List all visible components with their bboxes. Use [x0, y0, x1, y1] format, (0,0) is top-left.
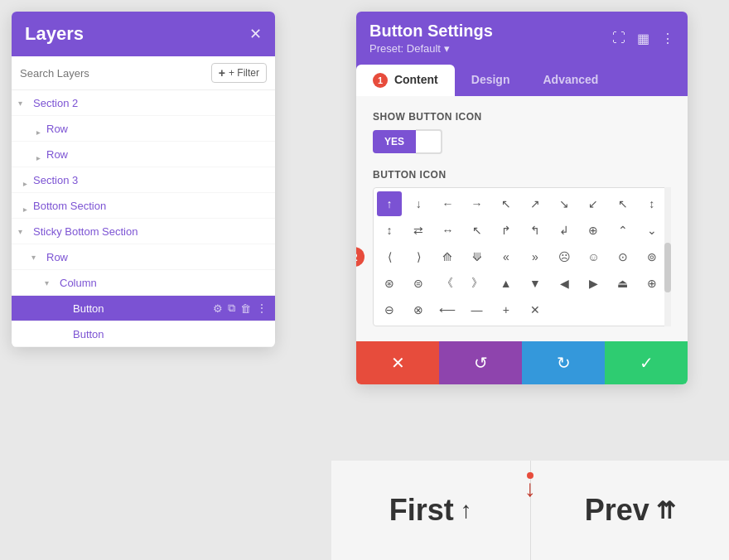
filter-button[interactable]: + + Filter: [211, 63, 267, 83]
layer-item-row1[interactable]: ▾ Row ⚙ ⧉ 🗑 ⋮: [12, 116, 275, 142]
icon-cell-triangle-left[interactable]: ◀: [552, 271, 577, 296]
settings-icon[interactable]: ⚙: [213, 174, 223, 186]
duplicate-icon[interactable]: ⧉: [244, 276, 251, 289]
tab-content[interactable]: 1 Content: [356, 65, 455, 96]
layer-item-button2[interactable]: Button ⚙ ⧉ 🗑 ⋮: [12, 321, 275, 347]
layer-item-row3[interactable]: ▾ Row ⚙ ⧉ 🗑 ⋮: [12, 244, 275, 270]
icon-cell-nw[interactable]: ↖: [494, 191, 519, 216]
icon-cell-triangle-up[interactable]: ▲: [494, 271, 519, 296]
icon-cell-se[interactable]: ↘: [552, 191, 577, 216]
close-icon[interactable]: ✕: [249, 25, 262, 43]
duplicate-icon[interactable]: ⧉: [228, 224, 235, 238]
trash-icon[interactable]: 🗑: [240, 174, 251, 186]
more-options-icon[interactable]: ⋮: [256, 96, 268, 109]
tab-design[interactable]: Design: [455, 65, 527, 96]
icon-cell-sad[interactable]: ☹: [552, 244, 577, 269]
layer-item-column[interactable]: ▾ Column ⚙ ⧉ ⋮: [12, 270, 275, 296]
more-options-icon[interactable]: ⋮: [256, 122, 268, 135]
icon-cell-updown2[interactable]: ↕: [377, 218, 402, 243]
icon-cell-x-circle[interactable]: ⊗: [406, 297, 431, 322]
more-options-icon[interactable]: ⋮: [256, 302, 268, 315]
settings-icon[interactable]: ⚙: [213, 328, 223, 340]
icon-cell-dbl-rangle[interactable]: »: [523, 244, 548, 269]
layer-item-row2[interactable]: ▾ Row ⚙ ⧉ 🗑 ⋮: [12, 142, 275, 167]
duplicate-icon[interactable]: ⧉: [228, 250, 235, 263]
icon-cell-dbl-langle[interactable]: «: [494, 244, 519, 269]
more-options-icon[interactable]: ⋮: [256, 276, 268, 289]
duplicate-icon[interactable]: ⧉: [228, 302, 235, 315]
duplicate-icon[interactable]: ⧉: [228, 96, 235, 109]
icon-cell-sw[interactable]: ↙: [581, 191, 606, 216]
icon-cell-upleft3[interactable]: ↰: [523, 218, 548, 243]
icon-cell-left[interactable]: ←: [435, 191, 460, 216]
trash-icon[interactable]: 🗑: [240, 302, 251, 315]
more-options-icon[interactable]: ⋮: [256, 199, 268, 212]
toggle-yes-button[interactable]: YES: [373, 130, 416, 153]
duplicate-icon[interactable]: ⧉: [228, 147, 235, 161]
icon-cell-exchange[interactable]: ⇄: [406, 218, 431, 243]
trash-icon[interactable]: 🗑: [240, 148, 251, 161]
duplicate-icon[interactable]: ⧉: [228, 327, 235, 340]
icon-cell-dbl-down[interactable]: ⟱: [465, 244, 490, 269]
more-options-icon[interactable]: ⋮: [256, 224, 268, 238]
icon-cell-circle2[interactable]: ⊚: [640, 244, 664, 269]
icon-cell-upleft2[interactable]: ↱: [494, 218, 519, 243]
more-options-icon[interactable]: ⋮: [256, 327, 268, 340]
icon-cell-updown[interactable]: ↕: [640, 191, 664, 216]
icon-cell-cross[interactable]: ⊕: [581, 218, 606, 243]
icon-cell-ne[interactable]: ↗: [523, 191, 548, 216]
search-input[interactable]: [20, 67, 205, 80]
settings-icon[interactable]: ⚙: [213, 225, 223, 238]
trash-icon[interactable]: 🗑: [240, 225, 251, 238]
settings-icon[interactable]: ⚙: [213, 302, 223, 315]
trash-icon[interactable]: 🗑: [240, 328, 251, 340]
preview-prev-button[interactable]: Prev ⇈: [531, 461, 730, 560]
icon-cell-up2[interactable]: ⌃: [611, 218, 635, 243]
icon-cell-down2[interactable]: ⌄: [640, 218, 664, 243]
duplicate-icon[interactable]: ⧉: [228, 122, 235, 135]
more-options-icon[interactable]: ⋮: [256, 173, 268, 186]
layer-item-section2[interactable]: ▾ Section 2 ⚙ ⧉ 🗑 ⋮: [12, 90, 275, 116]
icon-cell-dbl-langle2[interactable]: 《: [435, 271, 460, 296]
trash-icon[interactable]: 🗑: [240, 123, 251, 135]
settings-icon[interactable]: ⚙: [229, 277, 239, 289]
icon-cell-right[interactable]: →: [465, 191, 490, 216]
icon-cell-plus-circle[interactable]: ⊕: [640, 271, 664, 296]
layer-item-bottom-section[interactable]: ▾ Bottom Section ⚙ ⧉ 🗑 ⋮: [12, 193, 275, 219]
icon-cell-rangle[interactable]: ⟩: [406, 244, 431, 269]
layer-item-section3[interactable]: ▾ Section 3 ⚙ ⧉ 🗑 ⋮: [12, 167, 275, 193]
expand-icon[interactable]: ⛶: [612, 31, 625, 46]
reset-button[interactable]: ↺: [439, 341, 522, 384]
icon-cell-back[interactable]: ⟵: [435, 297, 460, 322]
tab-advanced[interactable]: Advanced: [526, 65, 615, 96]
icon-cell-triangle-down[interactable]: ▼: [523, 271, 548, 296]
confirm-button[interactable]: ✓: [605, 341, 688, 384]
icon-cell-happy[interactable]: ☺: [581, 244, 606, 269]
settings-icon[interactable]: ⚙: [213, 200, 223, 212]
icon-cell-lr[interactable]: ↔: [435, 218, 460, 243]
icon-cell-triangle-right[interactable]: ▶: [581, 271, 606, 296]
icon-cell-circle1[interactable]: ⊙: [611, 244, 635, 269]
settings-icon[interactable]: ⚙: [213, 97, 223, 109]
layer-item-sticky-bottom-section[interactable]: ▾ Sticky Bottom Section ⚙ ⧉ 🗑 ⋮: [12, 219, 275, 244]
icon-cell-downleft[interactable]: ↲: [552, 218, 577, 243]
icon-cell-eject[interactable]: ⏏: [611, 271, 635, 296]
icon-cell-minus-circle[interactable]: ⊖: [377, 297, 402, 322]
settings-icon[interactable]: ⚙: [213, 148, 223, 161]
icon-cell-nw2[interactable]: ↖: [611, 191, 635, 216]
duplicate-icon[interactable]: ⧉: [228, 173, 235, 186]
icon-cell-langle[interactable]: ⟨: [377, 244, 402, 269]
icon-cell-down[interactable]: ↓: [406, 191, 431, 216]
icon-cell-dbl-rangle2[interactable]: 》: [465, 271, 490, 296]
preview-first-button[interactable]: First ↑: [331, 461, 531, 560]
icon-cell-up[interactable]: ↑: [377, 191, 402, 216]
icon-cell-dash[interactable]: —: [465, 297, 490, 322]
icon-cell-x[interactable]: ✕: [523, 297, 548, 322]
duplicate-icon[interactable]: ⧉: [228, 199, 235, 212]
trash-icon[interactable]: 🗑: [240, 97, 251, 109]
layer-item-button1[interactable]: Button ⚙ ⧉ 🗑 ⋮: [12, 296, 275, 321]
more-options-icon[interactable]: ⋮: [256, 147, 268, 161]
redo-button[interactable]: ↻: [522, 341, 605, 384]
settings-icon[interactable]: ⚙: [213, 251, 223, 263]
icon-cell-circle3[interactable]: ⊛: [377, 271, 402, 296]
